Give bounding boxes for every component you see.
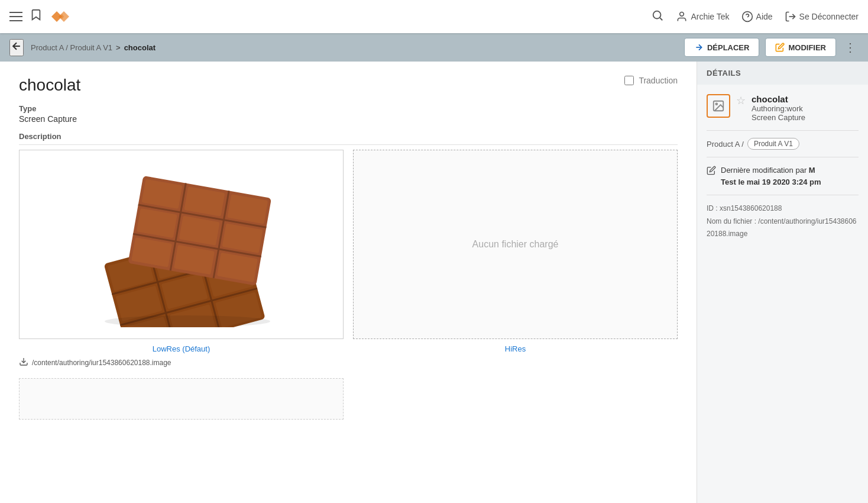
help-button[interactable]: Aide bbox=[741, 11, 773, 22]
sidebar-meta: ID : xsn1543860620188 Nom du fichier : /… bbox=[707, 202, 859, 241]
more-options-button[interactable]: ⋮ bbox=[842, 38, 859, 57]
hires-image-box[interactable]: Aucun fichier chargé bbox=[353, 150, 678, 339]
asset-name: chocolat bbox=[752, 94, 859, 104]
logout-label: Se Déconnecter bbox=[799, 12, 859, 21]
divider-3 bbox=[707, 195, 859, 195]
traduction-checkbox[interactable]: Traduction bbox=[624, 76, 678, 85]
top-nav: Archie Tek Aide Se Déconnecter bbox=[0, 0, 868, 33]
svg-point-37 bbox=[105, 315, 270, 327]
svg-point-0 bbox=[653, 11, 661, 18]
asset-id: ID : xsn1543860620188 bbox=[707, 202, 859, 215]
user-label: Archie Tek bbox=[691, 12, 729, 21]
modifier-button[interactable]: MODIFIER bbox=[765, 38, 836, 57]
hamburger-menu[interactable] bbox=[9, 12, 22, 21]
product-prefix: Product A / bbox=[707, 140, 744, 149]
edit-icon bbox=[707, 166, 716, 178]
sidebar-header: DÉTAILS bbox=[697, 62, 868, 85]
modifier-label: MODIFIER bbox=[788, 43, 826, 52]
asset-thumbnail bbox=[707, 94, 730, 118]
modification-row: Dernière modification par M Test le mai … bbox=[707, 165, 859, 188]
download-row: /content/authoring/iur1543860620188.imag… bbox=[19, 357, 678, 369]
breadcrumb-bar: Product A / Produit A V1 > chocolat DÉPL… bbox=[0, 33, 868, 62]
lowres-label: LowRes (Défaut) bbox=[153, 344, 210, 353]
help-label: Aide bbox=[756, 12, 773, 21]
breadcrumb-separator: > bbox=[116, 43, 121, 52]
product-row: Product A / Produit A V1 bbox=[707, 138, 859, 150]
product-tag[interactable]: Produit A V1 bbox=[747, 138, 799, 150]
star-icon[interactable]: ☆ bbox=[736, 94, 746, 107]
svg-point-2 bbox=[680, 12, 684, 17]
asset-type1: Authoring:work bbox=[752, 104, 859, 113]
asset-row: ☆ chocolat Authoring:work Screen Capture bbox=[707, 94, 859, 122]
download-icon[interactable] bbox=[19, 357, 28, 369]
nav-right: Archie Tek Aide Se Déconnecter bbox=[651, 9, 859, 25]
type-label: Type bbox=[19, 104, 678, 113]
modification-line1: Dernière modification par M bbox=[721, 165, 821, 176]
type-value: Screen Capture bbox=[19, 114, 678, 124]
back-button[interactable] bbox=[9, 39, 24, 56]
nav-left bbox=[9, 7, 78, 26]
title-row: chocolat Traduction bbox=[19, 76, 678, 95]
content-area: chocolat Traduction Type Screen Capture … bbox=[0, 62, 697, 503]
asset-type2: Screen Capture bbox=[752, 113, 859, 122]
traduction-label: Traduction bbox=[639, 76, 678, 85]
file-path: /content/authoring/iur1543860620188.imag… bbox=[32, 359, 171, 367]
main-layout: chocolat Traduction Type Screen Capture … bbox=[0, 62, 868, 503]
svg-line-1 bbox=[660, 18, 663, 20]
breadcrumb-current: chocolat bbox=[124, 43, 156, 52]
deplacer-button[interactable]: DÉPLACER bbox=[684, 38, 760, 57]
asset-info: chocolat Authoring:work Screen Capture bbox=[752, 94, 859, 122]
description-label: Description bbox=[19, 132, 678, 145]
asset-filename: Nom du fichier : /content/authoring/iur1… bbox=[707, 215, 859, 241]
user-menu[interactable]: Archie Tek bbox=[676, 11, 729, 22]
sidebar: › DÉTAILS ☆ chocolat Authoring:work Scre… bbox=[697, 62, 868, 503]
chocolate-image bbox=[75, 162, 288, 327]
lowres-image-box[interactable] bbox=[19, 150, 344, 339]
modification-text: Dernière modification par M Test le mai … bbox=[721, 165, 821, 188]
image-grid: Aucun fichier chargé bbox=[19, 150, 678, 339]
sidebar-body: ☆ chocolat Authoring:work Screen Capture… bbox=[697, 85, 868, 250]
sidebar-collapse-button[interactable]: › bbox=[697, 268, 697, 296]
search-icon[interactable] bbox=[651, 9, 664, 25]
page-title: chocolat bbox=[19, 76, 80, 95]
app-logo[interactable] bbox=[50, 7, 78, 26]
modification-line2: Test le mai 19 2020 3:24 pm bbox=[721, 176, 821, 188]
logout-button[interactable]: Se Déconnecter bbox=[785, 11, 859, 22]
divider-1 bbox=[707, 130, 859, 131]
bookmark-icon[interactable] bbox=[30, 8, 43, 25]
divider-2 bbox=[707, 157, 859, 157]
breadcrumb-path[interactable]: Product A / Produit A V1 bbox=[31, 43, 112, 52]
breadcrumb: Product A / Produit A V1 > chocolat bbox=[31, 43, 156, 52]
svg-point-40 bbox=[715, 103, 717, 105]
no-file-label: Aucun fichier chargé bbox=[472, 239, 559, 250]
traduction-input[interactable] bbox=[624, 76, 634, 85]
bottom-upload-box[interactable] bbox=[19, 378, 344, 420]
breadcrumb-actions: DÉPLACER MODIFIER ⋮ bbox=[684, 38, 859, 57]
deplacer-label: DÉPLACER bbox=[707, 43, 750, 52]
hires-label: HiRes bbox=[505, 344, 526, 353]
